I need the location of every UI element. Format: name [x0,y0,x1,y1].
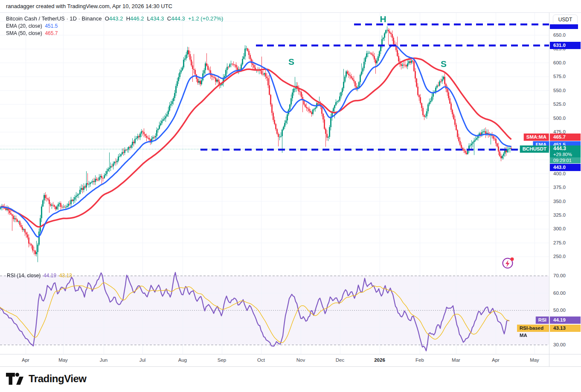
time-tick-dec: Dec [336,357,344,363]
ema-legend-row: EMA (20, close) 451.5 [6,23,223,30]
price-tick: 250.0 [553,253,566,259]
rsi-legend-value: 44.19 [44,273,56,279]
last-price-axis-label: 444.3 +29.80% 09:29:01 [550,145,581,163]
price-tick: 550.0 [553,87,566,93]
sma-series-tag: SMA:MA [524,134,549,141]
open-label: O [105,15,109,22]
time-tick-jun: Jun [100,357,108,363]
open-value: 443.2 [109,15,123,22]
rsi-legend-title: RSI (14, close) [7,273,41,279]
price-tick: 400.0 [553,171,566,177]
flash-alert-icon[interactable] [501,256,515,270]
pattern-right-shoulder-label: S [441,59,447,69]
sma-axis-label: 465.7 [550,134,581,141]
time-tick-mar: Mar [452,357,460,363]
bar-countdown: 09:29:01 [550,157,581,163]
rsi-tick: 30.00 [553,342,566,348]
time-tick-oct: Oct [257,357,265,363]
pattern-left-shoulder-label: S [288,56,294,67]
rsi-ma-legend-value: 43.13 [59,273,72,279]
last-price-change-pct: +29.80% [553,152,581,157]
rsi-chart-canvas[interactable] [0,269,549,354]
symbol-title-row: Bitcoin Cash / TetherUS · 1D · Binance O… [6,15,223,23]
high-label: H [126,15,130,22]
close-value: 444.3 [171,15,185,22]
tradingview-chart-page: ranadagger created with TradingView.com,… [0,0,581,392]
price-tick: 525.0 [553,101,566,107]
sma-legend-value: 465.7 [45,30,58,36]
price-tick: 350.0 [553,198,566,204]
rsi-series-tag: RSI [536,317,549,324]
rsi-tick: 70.00 [553,273,566,279]
price-axis[interactable]: USDT 650.0625.0600.0575.0550.0525.0500.0… [549,13,581,354]
price-chart-canvas[interactable] [0,13,549,269]
tradingview-logo[interactable]: TradingView [6,373,86,385]
price-tick: 600.0 [553,60,566,66]
rsi-tick: 50.00 [553,307,566,313]
rsi-axis-label: 44.19 [550,317,581,324]
rsi-tick: 60.00 [553,290,566,296]
pattern-head-label: H [380,14,386,24]
price-tick: 325.0 [553,212,566,218]
last-price-value: 444.3 [553,145,581,152]
price-tick: 500.0 [553,115,566,121]
price-tick: 650.0 [553,32,566,38]
notification-dot [511,258,514,261]
price-tick: 575.0 [553,73,566,79]
upper-neckline-axis-label-clipped [550,24,578,29]
change-value: +1.2 (+0.27%) [188,15,223,22]
time-tick-sep: Sep [218,357,226,363]
time-tick-2026: 2026 [374,357,385,363]
ema-legend-label: EMA (20, close) [6,23,42,29]
ema-legend-value: 451.5 [45,23,58,29]
footer: TradingView [0,367,581,392]
close-label: C [167,15,171,22]
level-631-axis-label: 631.0 [550,42,581,49]
sma-legend-label: SMA (50, close) [6,30,42,36]
symbol-series-tag: BCHUSDT [520,145,549,153]
attribution-bar: ranadagger created with TradingView.com,… [0,0,581,13]
bolt-icon [501,256,515,270]
time-tick-may: May [530,357,539,363]
sma-legend-row: SMA (50, close) 465.7 [6,30,223,37]
time-tick-apr: Apr [22,357,29,363]
price-tick: 375.0 [553,184,566,190]
time-tick-aug: Aug [178,357,187,363]
rsi-ma-axis-label: 43.13 [550,325,581,332]
level-443-axis-label: 443.0 [550,164,581,171]
low-value: 434.3 [150,15,164,22]
rsi-ma-series-tag: RSI-based MA [517,325,549,332]
time-tick-nov: Nov [296,357,305,363]
time-tick-jul: Jul [139,357,146,363]
high-value: 446.2 [130,15,144,22]
price-tick: 300.0 [553,226,566,232]
attribution-text: ranadagger created with TradingView.com,… [6,3,172,9]
tradingview-wordmark: TradingView [29,373,86,385]
time-tick-apr: Apr [492,357,500,363]
symbol-legend: Bitcoin Cash / TetherUS · 1D · Binance O… [6,15,223,37]
rsi-legend: RSI (14, close) 44.19 43.13 [7,273,72,279]
axis-corner-border [549,354,549,367]
tradingview-logo-icon [6,373,25,385]
usdt-currency-button[interactable]: USDT [553,15,578,25]
price-tick: 275.0 [553,240,566,246]
symbol-title: Bitcoin Cash / TetherUS · 1D · Binance [6,15,102,22]
time-axis[interactable]: AprMayJunJulAugSepOctNovDec2026FebMarApr… [0,354,581,367]
time-tick-may: May [58,357,68,363]
low-label: L [147,15,150,22]
time-tick-feb: Feb [415,357,424,363]
